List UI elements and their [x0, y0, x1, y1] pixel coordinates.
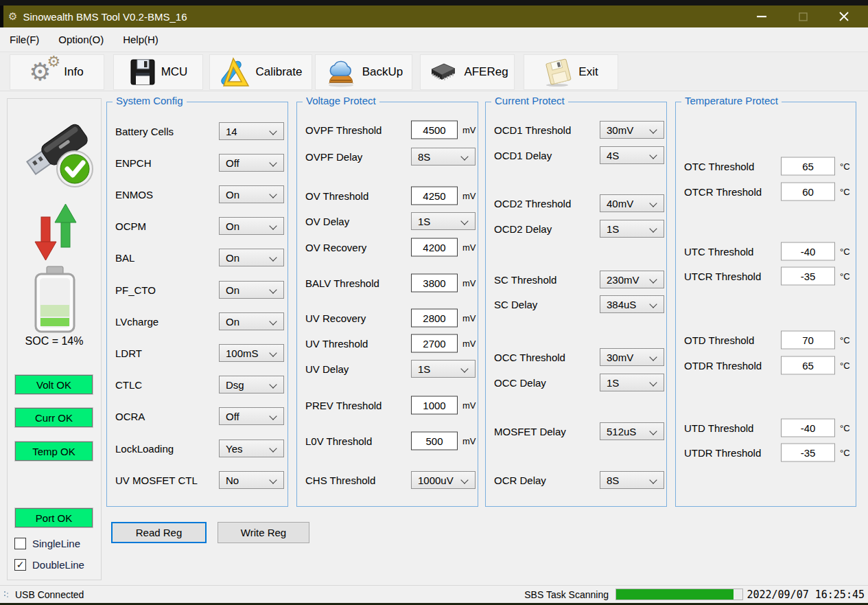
ovpf-threshold-input[interactable]: 4500 — [411, 121, 458, 139]
maximize-icon — [799, 12, 808, 21]
menu-bar: File(F) Option(O) Help(H) — [0, 27, 868, 52]
titlebar: ⚙ Sinowealth BMS Tool V0.2-BMS_16 — [0, 5, 868, 27]
read-reg-button[interactable]: Read Reg — [111, 522, 207, 543]
battery-cells-label: Battery Cells — [115, 126, 174, 137]
lvcharge-select[interactable]: On — [219, 312, 284, 330]
uv-delay-select[interactable]: 1S — [411, 360, 476, 378]
lockloading-select[interactable]: Yes — [219, 440, 284, 457]
balv-threshold-input[interactable]: 3800 — [411, 274, 458, 293]
l0v-threshold-input[interactable]: 500 — [411, 432, 458, 450]
enpch-select[interactable]: Off — [219, 154, 284, 172]
chevron-down-icon — [269, 476, 277, 483]
ov-recovery-input[interactable]: 4200 — [411, 238, 458, 257]
occ-delay-select[interactable]: 1S — [600, 374, 664, 391]
doubleline-checkbox[interactable]: ✓ — [14, 559, 26, 571]
uv-recovery-input[interactable]: 2800 — [411, 309, 458, 328]
floppy-disk-icon — [129, 58, 156, 87]
ov-threshold-input[interactable]: 4250 — [411, 187, 458, 205]
ocd1-threshold-select[interactable]: 30mV — [600, 121, 664, 139]
ldrt-select[interactable]: 100mS — [219, 344, 284, 362]
utd-threshold-input[interactable]: -40 — [781, 419, 835, 437]
ocr-delay-label: OCR Delay — [494, 475, 546, 486]
ocr-delay-select[interactable]: 8S — [600, 471, 664, 489]
temp-ok-button[interactable]: Temp OK — [15, 442, 93, 461]
ov-delay-select[interactable]: 1S — [411, 212, 476, 230]
ctlc-row: CTLCDsg — [107, 375, 288, 394]
write-reg-button[interactable]: Write Reg — [218, 522, 309, 543]
ocd1-threshold-label: OCD1 Threshold — [494, 124, 571, 136]
menu-help[interactable]: Help(H) — [113, 27, 168, 52]
occ-threshold-row: OCC Threshold30mV — [486, 347, 666, 367]
pf-cto-select[interactable]: On — [219, 281, 284, 299]
otdr-threshold-input[interactable]: 65 — [781, 356, 835, 375]
enpch-value: Off — [226, 157, 239, 169]
ocd2-delay-label: OCD2 Delay — [494, 223, 552, 235]
enmos-label: ENMOS — [115, 189, 153, 201]
ov-delay-label: OV Delay — [305, 216, 349, 227]
port-ok-button[interactable]: Port OK — [15, 508, 93, 527]
prev-threshold-input[interactable]: 1000 — [411, 396, 458, 415]
ocd2-delay-row: OCD2 Delay1S — [486, 219, 666, 238]
system-config-group: System Config Battery Cells14ENPCHOffENM… — [106, 102, 288, 507]
occ-delay-value: 1S — [607, 377, 619, 389]
uv-delay-label: UV Delay — [305, 363, 349, 375]
otcr-threshold-input[interactable]: 60 — [781, 183, 835, 201]
chevron-down-icon — [269, 159, 277, 166]
check-icon: ✓ — [16, 560, 25, 569]
menu-file[interactable]: File(F) — [0, 27, 49, 52]
otcr-threshold-row: OTCR Threshold60°C — [676, 182, 856, 201]
ocd2-threshold-select[interactable]: 40mV — [600, 194, 664, 212]
chevron-down-icon — [649, 427, 657, 435]
curr-ok-button[interactable]: Curr OK — [15, 408, 93, 427]
enpch-label: ENPCH — [115, 157, 152, 169]
battery-cells-select[interactable]: 14 — [219, 122, 284, 140]
group-title: Voltage Protect — [303, 95, 379, 106]
ldrt-row: LDRT100mS — [107, 343, 288, 363]
close-button[interactable] — [832, 8, 856, 25]
mosfet-delay-select[interactable]: 512uS — [600, 422, 664, 440]
utcr-threshold-input[interactable]: -35 — [781, 267, 835, 286]
otc-threshold-input[interactable]: 65 — [781, 157, 835, 176]
ctlc-select[interactable]: Dsg — [219, 376, 284, 393]
occ-threshold-select[interactable]: 30mV — [600, 348, 664, 366]
exit-button[interactable]: Exit — [524, 54, 618, 90]
afereg-button[interactable]: AFEReg — [420, 54, 515, 90]
current-protect-group: Current Protect OCD1 Threshold30mVOCD1 D… — [485, 102, 667, 507]
menu-option[interactable]: Option(O) — [49, 27, 113, 52]
ovpf-delay-row: OVPF Delay8S — [297, 147, 478, 166]
backup-button[interactable]: BackUp — [315, 54, 412, 90]
ovpf-delay-select[interactable]: 8S — [411, 148, 476, 165]
utc-threshold-input[interactable]: -40 — [781, 242, 835, 261]
sc-delay-select[interactable]: 384uS — [600, 295, 664, 313]
enmos-select[interactable]: On — [219, 185, 284, 203]
minimize-button[interactable] — [750, 8, 773, 25]
ocd2-delay-select[interactable]: 1S — [600, 220, 664, 238]
ocr-delay-value: 8S — [607, 475, 619, 486]
otd-threshold-input[interactable]: 70 — [781, 331, 835, 350]
ocd1-delay-select[interactable]: 4S — [600, 146, 664, 164]
balv-threshold-label: BALV Threshold — [305, 277, 379, 289]
bal-select[interactable]: On — [219, 249, 284, 266]
ov-recovery-label: OV Recovery — [305, 242, 366, 253]
chs-threshold-select[interactable]: 1000uV — [411, 471, 476, 489]
mcu-button[interactable]: MCU — [113, 54, 203, 90]
chevron-down-icon — [269, 412, 277, 420]
volt-ok-button[interactable]: Volt OK — [15, 375, 93, 394]
ocra-label: OCRA — [115, 411, 145, 422]
utdr-threshold-input[interactable]: -35 — [781, 444, 835, 462]
chevron-down-icon — [269, 253, 277, 261]
info-button[interactable]: ⚙⚙ Info — [10, 54, 104, 90]
sc-threshold-select[interactable]: 230mV — [600, 271, 664, 288]
uv-mosfet-ctl-select[interactable]: No — [219, 471, 284, 489]
maximize-button[interactable] — [791, 8, 814, 25]
chevron-down-icon — [649, 275, 657, 283]
uv-threshold-input[interactable]: 2700 — [411, 334, 458, 353]
ocra-select[interactable]: Off — [219, 407, 284, 425]
calibrate-button[interactable]: Calibrate — [209, 54, 312, 90]
singleline-checkbox[interactable]: ✓ — [14, 538, 26, 549]
chevron-down-icon — [460, 152, 468, 160]
ctlc-value: Dsg — [226, 379, 244, 391]
group-title: Temperature Protect — [681, 95, 782, 106]
enmos-value: On — [226, 189, 239, 201]
ocpm-select[interactable]: On — [219, 217, 284, 235]
